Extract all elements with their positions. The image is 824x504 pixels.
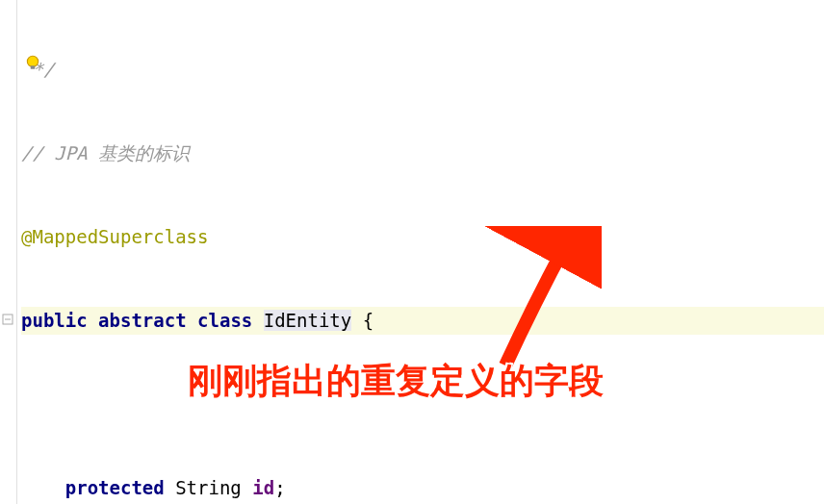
keyword: class xyxy=(197,310,252,331)
bulb-icon[interactable] xyxy=(24,54,41,71)
svg-rect-3 xyxy=(31,65,36,68)
type: String xyxy=(175,477,242,498)
code-editor: */ // JPA 基类的标识 @MappedSuperclass public… xyxy=(0,0,824,504)
comment: // JPA 基类的标识 xyxy=(21,142,190,164)
annotation: @MappedSuperclass xyxy=(21,226,208,247)
keyword: public xyxy=(21,310,88,331)
keyword: abstract xyxy=(98,310,187,331)
gutter xyxy=(0,0,17,504)
brace: { xyxy=(351,310,373,331)
fold-icon[interactable] xyxy=(2,314,13,325)
keyword: protected xyxy=(65,477,165,498)
field-id: id xyxy=(252,477,274,498)
class-name: IdEntity xyxy=(264,310,352,331)
svg-point-2 xyxy=(27,56,38,66)
code-area[interactable]: */ // JPA 基类的标识 @MappedSuperclass public… xyxy=(17,0,824,504)
